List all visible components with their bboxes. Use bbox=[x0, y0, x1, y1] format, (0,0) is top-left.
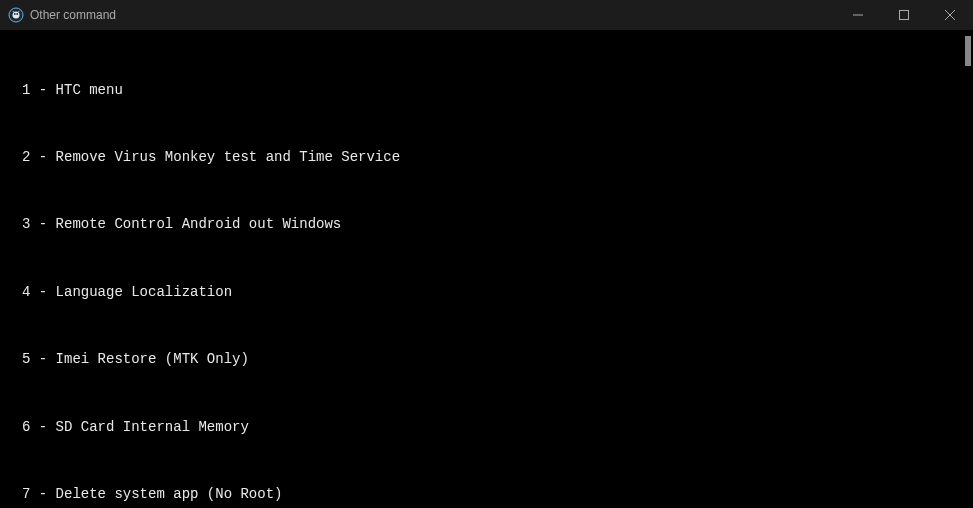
menu-item: 5 - Imei Restore (MTK Only) bbox=[0, 351, 973, 368]
menu-item: 7 - Delete system app (No Root) bbox=[0, 486, 973, 503]
svg-point-1 bbox=[13, 12, 20, 19]
svg-point-3 bbox=[16, 13, 18, 15]
terminal-output[interactable]: 1 - HTC menu 2 - Remove Virus Monkey tes… bbox=[0, 30, 973, 508]
app-icon bbox=[8, 7, 24, 23]
window-title: Other command bbox=[30, 8, 116, 22]
menu-item: 6 - SD Card Internal Memory bbox=[0, 419, 973, 436]
titlebar: Other command bbox=[0, 0, 973, 30]
svg-point-2 bbox=[14, 13, 16, 15]
menu-item: 3 - Remote Control Android out Windows bbox=[0, 216, 973, 233]
close-button[interactable] bbox=[927, 0, 973, 30]
minimize-button[interactable] bbox=[835, 0, 881, 30]
svg-line-5 bbox=[18, 11, 19, 12]
scrollbar-thumb[interactable] bbox=[965, 36, 971, 66]
svg-rect-7 bbox=[900, 11, 909, 20]
menu-item: 1 - HTC menu bbox=[0, 82, 973, 99]
menu-item: 4 - Language Localization bbox=[0, 284, 973, 301]
maximize-button[interactable] bbox=[881, 0, 927, 30]
svg-line-4 bbox=[13, 11, 14, 12]
menu-item: 2 - Remove Virus Monkey test and Time Se… bbox=[0, 149, 973, 166]
